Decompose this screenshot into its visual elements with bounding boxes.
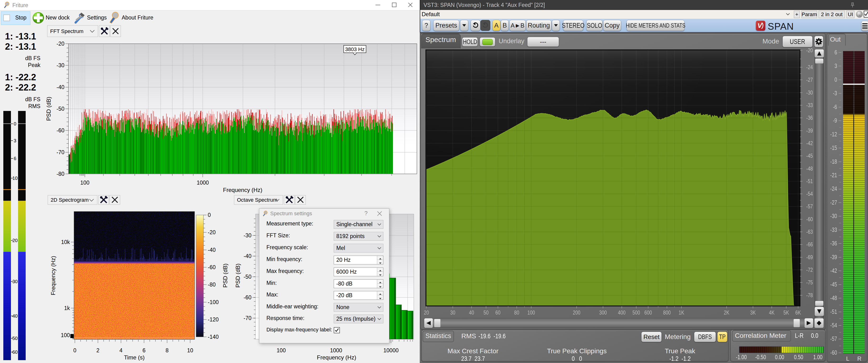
svg-text:3803 Hz: 3803 Hz xyxy=(345,46,365,52)
svg-text:Frequency (Hz): Frequency (Hz) xyxy=(50,256,56,295)
svg-text:-140: -140 xyxy=(208,334,219,340)
svg-text:Octave Spectrum: Octave Spectrum xyxy=(237,197,277,203)
svg-text:-60: -60 xyxy=(208,264,216,270)
svg-text:-40: -40 xyxy=(57,84,64,90)
svg-text:-20: -20 xyxy=(208,229,216,235)
svg-text:-60: -60 xyxy=(244,294,251,300)
svg-text:0: 0 xyxy=(13,121,16,126)
svg-text:-120: -120 xyxy=(208,317,219,323)
svg-text:-70: -70 xyxy=(244,315,251,321)
svg-text:-50: -50 xyxy=(244,274,251,280)
svg-text:50: 50 xyxy=(12,336,18,341)
svg-text:4: 4 xyxy=(120,347,123,354)
svg-text:2D Spectrogram: 2D Spectrogram xyxy=(51,197,89,203)
svg-text:0: 0 xyxy=(208,212,211,218)
svg-text:-40: -40 xyxy=(244,253,251,259)
svg-text:Time (s): Time (s) xyxy=(124,354,145,361)
svg-text:FFT Spectrum: FFT Spectrum xyxy=(50,28,84,34)
svg-text:6: 6 xyxy=(13,156,16,161)
svg-text:6: 6 xyxy=(143,347,146,354)
svg-text:-60: -60 xyxy=(57,127,64,133)
svg-text:3: 3 xyxy=(13,138,16,143)
svg-text:2: -13.1: 2: -13.1 xyxy=(5,41,36,52)
svg-text:PSD (dB): PSD (dB) xyxy=(222,263,228,288)
svg-text:60: 60 xyxy=(12,350,18,355)
svg-text:10k: 10k xyxy=(61,239,70,245)
svg-text:dB FS: dB FS xyxy=(25,55,40,61)
svg-text:-80: -80 xyxy=(57,171,64,177)
svg-text:-40: -40 xyxy=(208,247,216,253)
svg-text:Frequency (Hz): Frequency (Hz) xyxy=(317,354,356,361)
svg-text:Peak: Peak xyxy=(28,62,41,68)
svg-text:30: 30 xyxy=(12,279,18,284)
svg-text:Frequency (Hz): Frequency (Hz) xyxy=(223,187,262,193)
svg-text:100: 100 xyxy=(277,347,286,354)
svg-text:RMS: RMS xyxy=(28,103,40,109)
svg-text:1k: 1k xyxy=(64,305,70,311)
svg-text:PSD (dB): PSD (dB) xyxy=(45,97,52,121)
svg-text:20: 20 xyxy=(12,238,18,243)
svg-text:2: 2 xyxy=(96,347,100,354)
svg-text:1: -22.2: 1: -22.2 xyxy=(5,72,36,82)
svg-text:1000: 1000 xyxy=(330,347,342,354)
svg-text:100: 100 xyxy=(80,179,89,186)
svg-text:-80: -80 xyxy=(208,282,216,288)
svg-text:-20: -20 xyxy=(57,41,64,47)
svg-text:-50: -50 xyxy=(57,106,64,112)
svg-text:10: 10 xyxy=(12,175,18,181)
svg-text:1: -13.1: 1: -13.1 xyxy=(5,31,36,41)
svg-text:-100: -100 xyxy=(208,299,219,305)
svg-text:1000: 1000 xyxy=(196,179,209,186)
svg-text:2: -22.2: 2: -22.2 xyxy=(5,82,36,92)
svg-text:100: 100 xyxy=(61,332,70,338)
svg-text:10000: 10000 xyxy=(383,347,399,354)
svg-text:dB FS: dB FS xyxy=(25,96,40,102)
svg-text:-30: -30 xyxy=(244,232,251,238)
svg-text:0: 0 xyxy=(73,347,76,354)
svg-text:40: 40 xyxy=(12,314,18,319)
svg-text:-30: -30 xyxy=(57,62,64,68)
svg-text:10: 10 xyxy=(187,347,193,354)
svg-text:8: 8 xyxy=(166,347,169,354)
svg-text:PSD (dB): PSD (dB) xyxy=(235,263,241,288)
svg-text:-70: -70 xyxy=(57,149,64,155)
